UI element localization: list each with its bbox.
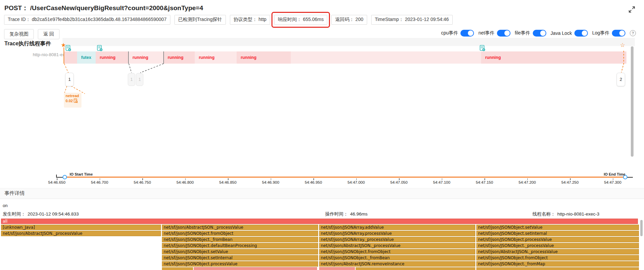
timeline-section-title: Trace执行线程事件 xyxy=(4,40,51,47)
timeline-segment-running[interactable]: running xyxy=(237,51,291,64)
toggle-switch[interactable] xyxy=(612,30,625,37)
timeline-segment-running[interactable]: running xyxy=(128,51,164,64)
highlighted-badge-wrap: 响应时间： 655.06ms xyxy=(274,15,327,25)
field-value: http-nio-8081-exec-3 xyxy=(557,211,600,217)
flame-cell[interactable]: net/sf/json/JSONObject._fromBean xyxy=(319,255,475,261)
toggle-label: net事件 xyxy=(478,30,494,36)
flame-cell[interactable]: net/sf/json/JSONObject._fromMap xyxy=(476,261,639,267)
netread-name: netread xyxy=(66,94,81,98)
flame-cell-partial[interactable] xyxy=(476,267,639,270)
timeline-segment[interactable] xyxy=(291,51,481,64)
io-start-handle[interactable] xyxy=(63,175,67,179)
trace-end-star-icon[interactable]: ☆ xyxy=(620,42,625,48)
netread-event-label[interactable]: netread 0.02 xyxy=(64,93,81,108)
flame-cell[interactable]: net/sf/json/JSONObject.fromObject xyxy=(476,255,639,261)
field-value: 46.96ms xyxy=(350,211,368,217)
flame-cell[interactable]: net/sf/json/JSONObject.setInternal xyxy=(476,231,639,236)
axis-tick xyxy=(442,178,443,180)
flame-cell[interactable]: net/sf/json/JSONObject.defaultBeanProces… xyxy=(162,243,318,248)
toggle-switch[interactable] xyxy=(533,30,546,37)
detail-field: 发生时间：2023-01-12 09:54:46.833 xyxy=(3,211,79,217)
flame-cell[interactable]: net/sf/json/AbstractJSON._processValue xyxy=(162,225,318,230)
info-badge: Trace ID： db2ca51e97fe4bb2b31ca16c3365da… xyxy=(4,15,170,25)
axis-tick xyxy=(228,178,229,180)
toggle-knob xyxy=(619,30,625,36)
flame-cell[interactable]: net/sf/json/JSONObject._processValue xyxy=(476,243,639,248)
timeline-segment[interactable] xyxy=(64,51,77,64)
page-title: POST： /UserCaseNew/queryBigResult?count=… xyxy=(4,4,203,13)
event-log-icon[interactable] xyxy=(66,45,71,51)
flame-cell[interactable]: net/sf/json/AbstractJSON.removeInstance xyxy=(319,261,475,267)
marker-badge[interactable]: 1 xyxy=(136,73,143,86)
field-value: 2023-01-12 09:54:46.833 xyxy=(28,211,79,217)
timeline-segment-futex[interactable]: futex xyxy=(77,51,96,64)
axis-tick-label: 54:46.800 xyxy=(170,180,200,184)
timeline-segment-running[interactable]: running xyxy=(164,51,195,64)
axis-tick xyxy=(142,178,143,180)
io-range-line xyxy=(64,177,625,178)
timeline-segment-running[interactable]: running xyxy=(96,51,128,64)
trace-start-star-icon[interactable]: ★ xyxy=(61,42,66,48)
axis-tick-label: 54:47.250 xyxy=(555,180,585,184)
toggle-item: Java Lock xyxy=(551,30,588,37)
toggle-knob xyxy=(540,30,546,36)
flame-cell-partial[interactable] xyxy=(319,267,355,270)
segment-label: running xyxy=(168,55,184,60)
trace-start-line xyxy=(64,47,64,64)
flame-cell[interactable]: net/sf/json/JSONObject.processValue xyxy=(476,237,639,242)
toggle-switch[interactable] xyxy=(574,30,588,37)
event-log-icon[interactable] xyxy=(480,45,485,51)
field-label: 发生时间： xyxy=(3,211,26,217)
flame-cell[interactable]: net/sf/json/AbstractJSON._processValue xyxy=(1,231,161,236)
detail-section-header xyxy=(0,188,644,199)
flame-cell-partial[interactable] xyxy=(356,267,475,270)
flame-cell[interactable]: net/sf/json/AbstractJSON._processValue xyxy=(319,243,475,248)
event-name: on xyxy=(3,203,7,208)
event-log-icon[interactable] xyxy=(97,45,103,51)
flame-cell[interactable]: [unknown_Java] xyxy=(1,225,161,230)
axis-tick xyxy=(313,178,314,180)
timeline-segment-running[interactable]: running xyxy=(481,51,626,64)
badge-row: Trace ID： db2ca51e97fe4bb2b31ca16c3365da… xyxy=(4,15,453,25)
trace-detail-page: POST： /UserCaseNew/queryBigResult?count=… xyxy=(0,0,644,270)
axis-tick xyxy=(356,178,357,180)
axis-tick xyxy=(399,178,400,180)
flame-cell[interactable]: net/sf/json/JSONObject.setValue xyxy=(476,225,639,230)
flame-cell[interactable]: net/sf/json/JSONObject.processValue xyxy=(162,261,318,267)
flame-scrollbar[interactable] xyxy=(640,220,643,236)
fullscreen-icon[interactable] xyxy=(628,6,635,13)
detail-field: 线程名称：http-nio-8081-exec-3 xyxy=(532,211,599,217)
flame-cell[interactable]: net/sf/json/JSONArray._processValue xyxy=(319,237,475,242)
toggle-label: cpu事件 xyxy=(441,30,458,36)
flame-cell[interactable]: net/sf/json/JSONObject.setInternal xyxy=(162,255,318,261)
complex-view-button[interactable]: 复杂视图 xyxy=(4,29,34,39)
flame-cell[interactable]: net/sf/json/JSONObject.fromObject xyxy=(162,231,318,236)
flame-cell-partial[interactable] xyxy=(162,267,193,270)
flame-cell[interactable]: net/sf/json/JSONObject._fromBean xyxy=(162,237,318,242)
timeline-scrollbar[interactable] xyxy=(631,46,634,157)
axis-tick-label: 54:47.300 xyxy=(598,180,628,184)
timeline-segment-running[interactable]: running xyxy=(195,51,237,64)
segment-label: running xyxy=(100,55,116,60)
toggle-knob xyxy=(468,30,473,36)
flame-cell[interactable]: net/sf/json/JSONObject.fromObject xyxy=(319,249,475,254)
flame-cell[interactable]: net/sf/json/JSONObject.setValue xyxy=(162,249,318,254)
toggle-switch[interactable] xyxy=(497,30,510,37)
toggle-switch[interactable] xyxy=(460,30,474,37)
marker-badge[interactable]: 1 xyxy=(65,73,74,86)
marker-badge[interactable]: 2 xyxy=(617,73,625,86)
thread-timeline-bar: futexrunningrunningrunningrunningrunning… xyxy=(64,51,626,64)
flame-cell[interactable]: net/sf/json/AbstractJSON._processValue xyxy=(476,249,639,254)
help-icon[interactable]: ? xyxy=(630,30,636,36)
segment-label: running xyxy=(485,55,501,60)
detail-section-title: 事件详情 xyxy=(4,190,25,197)
flame-cell[interactable]: net/sf/json/JSONArray.addValue xyxy=(319,225,475,230)
back-button[interactable]: 返 回 xyxy=(38,29,59,39)
toggle-item: file事件 xyxy=(515,30,546,37)
flame-root-cell[interactable]: all xyxy=(1,219,638,224)
info-badge: 返回码： 200 xyxy=(331,15,367,25)
marker-badge[interactable]: 1 xyxy=(128,73,135,86)
axis-tick-label: 54:46.950 xyxy=(298,180,329,184)
flame-cell[interactable]: net/sf/json/JSONArray.processValue xyxy=(319,231,475,236)
flame-cell-partial[interactable] xyxy=(194,267,317,270)
